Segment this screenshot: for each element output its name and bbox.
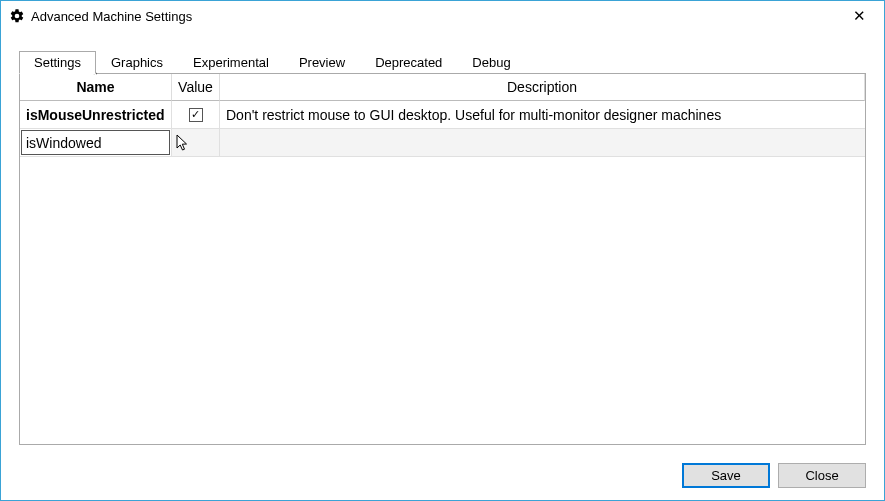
row-value[interactable]: ✓ [172,101,220,129]
window-title: Advanced Machine Settings [31,9,192,24]
close-button[interactable]: Close [778,463,866,488]
tab-strip: Settings Graphics Experimental Preview D… [19,49,866,73]
row-description [220,129,865,157]
check-icon: ✓ [191,109,200,120]
gear-icon [9,8,25,24]
tab-settings[interactable]: Settings [19,51,96,74]
content-area: Settings Graphics Experimental Preview D… [1,31,884,455]
tab-preview[interactable]: Preview [284,51,360,73]
column-header-name[interactable]: ⌃ Name [20,74,172,101]
settings-grid: ⌃ Name Value Description isMouseUnrestri… [20,74,865,157]
tab-deprecated[interactable]: Deprecated [360,51,457,73]
save-button[interactable]: Save [682,463,770,488]
row-name-editing[interactable] [20,129,172,157]
dialog-footer: Save Close [1,455,884,500]
column-header-description[interactable]: Description [220,74,865,101]
row-name[interactable]: isMouseUnrestricted [20,101,172,129]
titlebar[interactable]: Advanced Machine Settings ✕ [1,1,884,31]
checkbox-checked[interactable]: ✓ [189,108,203,122]
mouse-cursor-icon [176,134,190,152]
name-input[interactable] [21,130,170,155]
column-header-value[interactable]: Value [172,74,220,101]
row-description: Don't restrict mouse to GUI desktop. Use… [220,101,865,129]
tab-debug[interactable]: Debug [457,51,525,73]
close-icon: ✕ [853,7,866,25]
tab-experimental[interactable]: Experimental [178,51,284,73]
row-value[interactable] [172,129,220,157]
tab-panel: ⌃ Name Value Description isMouseUnrestri… [19,73,866,445]
tab-graphics[interactable]: Graphics [96,51,178,73]
window-close-button[interactable]: ✕ [837,1,882,31]
dialog-window: Advanced Machine Settings ✕ Settings Gra… [0,0,885,501]
